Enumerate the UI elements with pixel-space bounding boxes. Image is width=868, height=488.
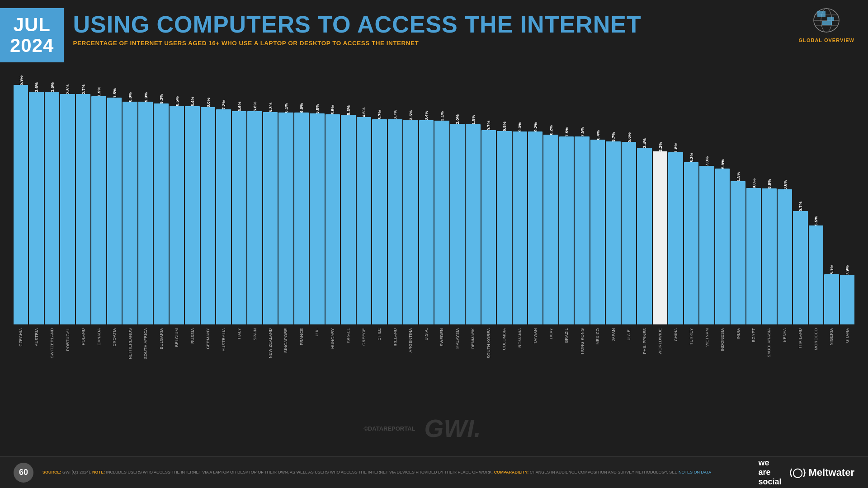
label-cell: CHINA bbox=[668, 324, 683, 383]
bar bbox=[653, 151, 667, 325]
label-cell: HONG KONG bbox=[575, 324, 589, 383]
comparability-label: COMPARABILITY: bbox=[494, 470, 529, 474]
bar-group: 57.0% bbox=[699, 160, 714, 325]
label-cell: MEXICO bbox=[590, 324, 605, 383]
watermark: ©DATAREPORTAL GWI. bbox=[363, 414, 481, 443]
notes-link[interactable]: NOTES ON DATA bbox=[679, 470, 711, 474]
global-overview: GLOBAL OVERVIEW bbox=[799, 7, 854, 43]
bar-group: 78.4% bbox=[185, 100, 199, 325]
label-cell: JAPAN bbox=[606, 324, 620, 383]
label-cell: U.S.A. bbox=[419, 324, 434, 383]
bar-group: 75.5% bbox=[326, 108, 340, 325]
country-label: COLOMBIA bbox=[502, 328, 506, 350]
note-text: INCLUDES USERS WHO ACCESS THE INTERNET V… bbox=[106, 470, 494, 474]
country-label: SINGAPORE bbox=[283, 328, 288, 353]
bar bbox=[294, 113, 309, 324]
label-cell: TURKEY bbox=[684, 324, 698, 383]
label-cell: SWITZERLAND bbox=[45, 324, 59, 383]
label-cell: MOROCCO bbox=[809, 324, 823, 383]
comparability-text: CHANGES IN AUDIENCE COMPOSITION AND SURV… bbox=[530, 470, 679, 474]
country-label: SOUTH KOREA bbox=[486, 328, 491, 358]
bar-group: 69.7% bbox=[481, 124, 496, 324]
source-label: SOURCE: bbox=[42, 470, 61, 474]
label-cell: BULGARIA bbox=[154, 324, 168, 383]
bar-group: 76.6% bbox=[232, 105, 246, 325]
country-label: IRELAND bbox=[393, 328, 397, 346]
country-label: MOROCCO bbox=[814, 328, 818, 350]
bar bbox=[528, 131, 542, 324]
label-cell: TAIWAN bbox=[528, 324, 542, 383]
meltwater-text: Meltwater bbox=[809, 467, 854, 479]
label-cell: GHANA bbox=[840, 324, 854, 383]
bar bbox=[668, 152, 683, 324]
bar bbox=[232, 111, 246, 325]
bar bbox=[434, 121, 449, 324]
bar bbox=[746, 188, 761, 324]
bar bbox=[154, 103, 168, 324]
labels-row: CZECHIAAUSTRIASWITZERLANDPORTUGALPOLANDC… bbox=[9, 324, 859, 383]
country-label: MEXICO bbox=[595, 328, 600, 345]
country-label: PHILIPPINES bbox=[642, 328, 647, 354]
label-cell: INDIA bbox=[731, 324, 745, 383]
bar bbox=[123, 102, 137, 325]
bar bbox=[513, 131, 527, 325]
label-cell: SOUTH AFRICA bbox=[138, 324, 153, 383]
title-section: USING COMPUTERS TO ACCESS THE INTERNET P… bbox=[64, 8, 854, 51]
bars-container: 85.9%83.6%83.5%82.8%82.7%81.9%81.5%80.0%… bbox=[9, 71, 859, 324]
bar-group: 62.2% bbox=[653, 145, 667, 325]
label-cell: FRANCE bbox=[294, 324, 309, 383]
bar-group: 73.1% bbox=[434, 115, 449, 324]
bar bbox=[138, 102, 153, 324]
bar bbox=[45, 92, 59, 324]
country-label: JAPAN bbox=[611, 328, 616, 341]
bar bbox=[403, 120, 418, 324]
label-cell: CROATIA bbox=[107, 324, 122, 383]
label-cell: EGYPT bbox=[746, 324, 761, 383]
bar bbox=[216, 109, 231, 324]
label-cell: CANADA bbox=[91, 324, 106, 383]
subtitle-suffix: WHO USE A LAPTOP OR DESKTOP TO ACCESS TH… bbox=[220, 40, 419, 47]
label-cell: POLAND bbox=[76, 324, 90, 383]
bar-group: 74.5% bbox=[357, 111, 371, 325]
label-cell: IRELAND bbox=[388, 324, 402, 383]
bar bbox=[575, 136, 589, 324]
bar-group: 71.9% bbox=[466, 118, 480, 325]
country-label: NETHERLANDS bbox=[128, 328, 132, 359]
country-label: INDIA bbox=[736, 328, 741, 339]
bar bbox=[543, 135, 558, 325]
footer-text: SOURCE: GWI (Q1 2024). NOTE: INCLUDES US… bbox=[42, 469, 758, 476]
bar bbox=[824, 274, 839, 325]
footer: 60 SOURCE: GWI (Q1 2024). NOTE: INCLUDES… bbox=[0, 456, 868, 488]
country-label: U.K. bbox=[315, 328, 319, 336]
we-are-social-logo: wearesocial bbox=[758, 458, 781, 486]
bar bbox=[14, 85, 28, 324]
meltwater-icon: ⟨◯⟩ bbox=[789, 467, 806, 478]
bar-group: 72.0% bbox=[450, 118, 465, 324]
country-label: U.A.E. bbox=[627, 328, 631, 340]
subtitle-prefix: PERCENTAGE OF bbox=[73, 40, 130, 47]
country-label: POLAND bbox=[81, 328, 85, 345]
bar bbox=[778, 189, 792, 325]
header: JUL 2024 USING COMPUTERS TO ACCESS THE I… bbox=[0, 0, 868, 67]
bar-group: 77.2% bbox=[216, 103, 231, 324]
country-label: CZECHIA bbox=[19, 328, 23, 347]
bar-group: 68.2% bbox=[543, 129, 558, 325]
country-label: BULGARIA bbox=[159, 328, 164, 349]
bar bbox=[762, 188, 776, 325]
label-cell: DENMARK bbox=[466, 324, 480, 383]
label-cell: NETHERLANDS bbox=[123, 324, 137, 383]
bar bbox=[357, 117, 371, 325]
country-label: BRAZIL bbox=[564, 328, 569, 343]
label-cell: ARGENTINA bbox=[403, 324, 418, 383]
bar bbox=[76, 94, 90, 324]
datareportal-watermark: ©DATAREPORTAL bbox=[363, 425, 415, 432]
bar-group: 78.0% bbox=[201, 101, 215, 324]
label-cell: ROMANIA bbox=[513, 324, 527, 383]
bar bbox=[107, 98, 122, 325]
page-container: JUL 2024 USING COMPUTERS TO ACCESS THE I… bbox=[0, 0, 868, 488]
bar-group: 82.8% bbox=[60, 88, 75, 325]
bar-group: 58.3% bbox=[684, 156, 698, 325]
label-cell: INDONESIA bbox=[715, 324, 730, 383]
bar bbox=[201, 107, 215, 324]
bar-group: 76.3% bbox=[263, 106, 278, 325]
